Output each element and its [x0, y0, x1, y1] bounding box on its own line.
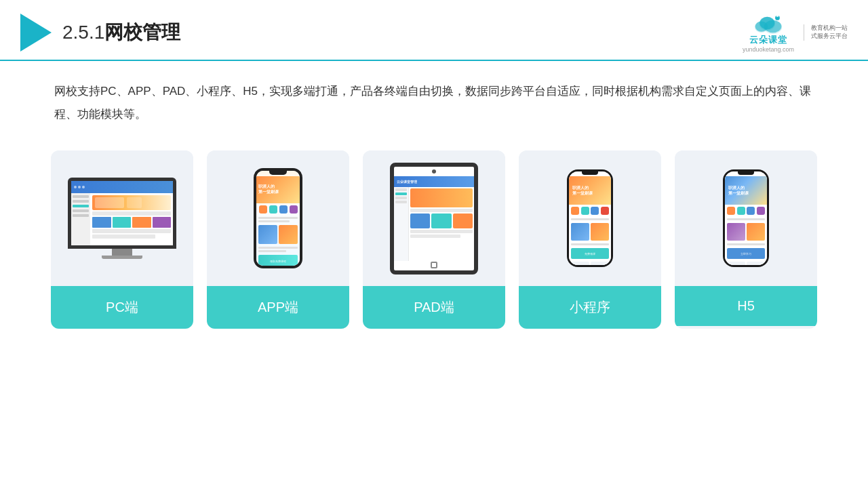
tablet-camera [432, 169, 436, 174]
page-title-text: 网校管理 [104, 22, 180, 43]
brand-area: 云朵课堂 yunduoketang.com 教育机构一站 式服务云平台 [743, 12, 848, 53]
card-pad-label: PAD端 [363, 286, 505, 329]
page-title: 2.5.1网校管理 [62, 20, 180, 45]
header: 2.5.1网校管理 云朵课堂 yunduoketang.com 教育机构一站 式… [0, 0, 868, 61]
pc-monitor-mockup [68, 178, 176, 259]
description-text: 网校支持PC、APP、PAD、小程序、H5，实现多端打通，产品各终端自由切换，数… [54, 80, 814, 126]
card-h5-label: H5 [675, 286, 817, 326]
cloud-icon [751, 12, 786, 34]
phone-h5-notch [738, 171, 754, 175]
card-pc-label: PC端 [51, 286, 193, 329]
brand-url: yunduoketang.com [743, 46, 794, 53]
card-pc-image [51, 150, 193, 286]
phone-h5-screen: 职涯人的第一堂刷课 [725, 171, 767, 265]
phone-mini-mockup: 职涯人的第一堂刷课 [567, 169, 613, 267]
card-pad: 云朵课堂管理 [363, 150, 505, 329]
brand-sub-text: 教育机构一站 [811, 24, 848, 33]
card-pc: PC端 [51, 150, 193, 329]
cards-section: PC端 职涯人的第一堂刷课 [0, 126, 868, 329]
brand-name: 云朵课堂 [749, 34, 787, 46]
svg-point-5 [760, 17, 774, 30]
card-app-label: APP端 [207, 286, 349, 329]
card-h5: 职涯人的第一堂刷课 [675, 150, 817, 329]
phone-h5-mockup: 职涯人的第一堂刷课 [723, 169, 769, 267]
logo-triangle-icon [20, 14, 52, 52]
monitor-frame [68, 178, 176, 249]
phone-app-mockup: 职涯人的第一堂刷课 [254, 168, 302, 268]
card-app: 职涯人的第一堂刷课 [207, 150, 349, 329]
card-app-image: 职涯人的第一堂刷课 [207, 150, 349, 286]
phone-mini-notch [582, 171, 598, 175]
description-area: 网校支持PC、APP、PAD、小程序、H5，实现多端打通，产品各终端自由切换，数… [0, 61, 868, 126]
card-miniprogram: 职涯人的第一堂刷课 [519, 150, 661, 329]
phone-notch [269, 171, 287, 175]
brand-sub-text2: 式服务云平台 [811, 33, 848, 41]
card-h5-image: 职涯人的第一堂刷课 [675, 150, 817, 286]
phone-mini-screen: 职涯人的第一堂刷课 [569, 171, 611, 265]
brand-tagline: 教育机构一站 式服务云平台 [804, 24, 848, 40]
brand-logo: 云朵课堂 yunduoketang.com [743, 12, 794, 53]
tablet-screen: 云朵课堂管理 [394, 176, 474, 261]
phone-screen: 职涯人的第一堂刷课 [256, 171, 300, 266]
tablet-home-btn [431, 262, 437, 268]
page-number: 2.5.1 [62, 22, 104, 43]
tablet-mockup: 云朵课堂管理 [390, 163, 478, 274]
header-left: 2.5.1网校管理 [20, 14, 180, 52]
card-pad-image: 云朵课堂管理 [363, 150, 505, 286]
card-miniprogram-image: 职涯人的第一堂刷课 [519, 150, 661, 286]
card-miniprogram-label: 小程序 [519, 286, 661, 329]
